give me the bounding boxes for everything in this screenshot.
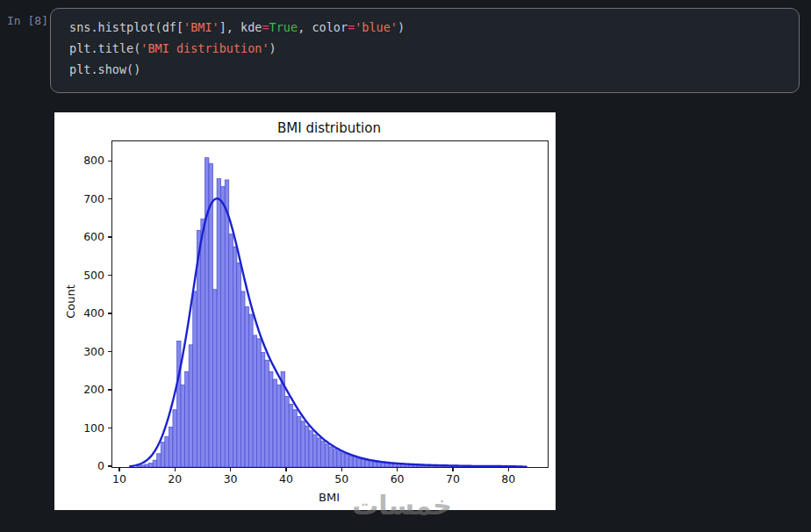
histogram-bar <box>145 464 149 467</box>
code-line: plt.title('BMI distribution') <box>69 38 790 59</box>
code-token: sns.histplot(df[ <box>69 20 183 34</box>
histogram-bar <box>173 410 177 467</box>
y-tick-mark <box>108 428 111 428</box>
y-tick-label: 600 <box>68 230 104 243</box>
histogram-bar <box>161 442 165 467</box>
histogram-bar <box>329 447 334 467</box>
histogram-bar <box>257 339 262 467</box>
y-tick-label: 100 <box>68 421 104 435</box>
histogram-bar <box>369 461 373 467</box>
histogram-bar <box>185 371 190 467</box>
y-tick-mark <box>108 351 111 352</box>
x-tick-label: 60 <box>380 472 415 485</box>
histogram-bar <box>273 379 277 467</box>
histogram-bar <box>233 247 237 467</box>
y-tick-mark <box>108 465 111 466</box>
y-tick-mark <box>108 236 111 237</box>
x-tick-mark <box>397 468 398 471</box>
chart-axes <box>111 140 549 468</box>
histogram-bar <box>341 453 345 467</box>
code-editor[interactable]: sns.histplot(df['BMI'], kde=True, color=… <box>69 17 790 89</box>
y-tick-mark <box>108 275 111 276</box>
histogram-bar <box>245 306 249 467</box>
histogram-bar <box>265 360 269 467</box>
histogram-bar <box>337 451 341 467</box>
y-tick-label: 700 <box>68 192 104 205</box>
x-tick-label: 40 <box>269 472 304 485</box>
histogram-bar <box>201 219 205 467</box>
histogram-bar <box>169 427 173 467</box>
y-tick-label: 300 <box>68 345 104 358</box>
histogram-bar <box>285 397 290 467</box>
histogram-bar <box>205 158 209 467</box>
x-axis-label: BMI <box>111 491 547 504</box>
y-tick-label: 800 <box>68 154 104 167</box>
histogram-bar <box>373 462 377 467</box>
code-token: , color <box>298 20 348 34</box>
histogram-bar <box>193 291 197 467</box>
y-tick-mark <box>108 313 111 313</box>
histogram-bar <box>313 435 318 467</box>
x-tick-mark <box>175 468 176 471</box>
code-token: plt.title( <box>69 41 140 55</box>
histogram-bar <box>333 449 337 467</box>
x-tick-label: 10 <box>102 472 137 485</box>
histogram-bar <box>140 465 145 467</box>
histogram-bar <box>261 353 265 467</box>
histogram-bar <box>181 385 185 467</box>
histogram-bar <box>277 385 282 467</box>
histogram-bar <box>176 341 181 467</box>
histogram-bar <box>297 417 301 467</box>
x-tick-mark <box>118 468 119 471</box>
histogram-bar <box>305 426 309 467</box>
histogram-bar <box>153 460 157 467</box>
histogram-bar <box>317 438 321 467</box>
histogram-bar <box>237 262 241 467</box>
histogram-bar <box>165 436 169 467</box>
x-tick-label: 70 <box>435 472 470 485</box>
chart-title: BMI distribution <box>111 120 547 136</box>
histogram-bar <box>221 186 226 467</box>
histogram-bar <box>269 371 273 467</box>
x-tick-mark <box>285 468 286 471</box>
histogram-bar <box>289 404 293 467</box>
histogram-bar <box>293 410 298 467</box>
histogram-bar <box>137 466 141 467</box>
code-token: = <box>262 20 269 34</box>
output-figure: BMI distribution 10203040506070800100200… <box>54 112 556 510</box>
x-tick-label: 30 <box>213 472 248 485</box>
histogram-bar <box>229 234 233 467</box>
code-token: ) <box>398 20 405 34</box>
x-tick-mark <box>508 468 509 471</box>
code-token: 'BMI distribution' <box>140 41 269 55</box>
histogram-bar <box>225 180 229 467</box>
histogram-bar <box>213 290 218 467</box>
histogram-bar <box>253 335 257 467</box>
x-tick-mark <box>452 468 453 471</box>
histogram-bar <box>240 291 245 467</box>
histogram-bar <box>361 459 365 467</box>
histogram-bar <box>301 421 305 467</box>
cell-input-prompt: In [8]: <box>7 14 55 27</box>
histogram-bar <box>157 454 161 467</box>
code-token: ) <box>269 41 276 55</box>
code-token: = <box>348 20 355 34</box>
histogram-bar <box>217 179 221 467</box>
x-tick-label: 80 <box>491 472 526 485</box>
code-line: sns.histplot(df['BMI'], kde=True, color=… <box>69 17 790 38</box>
histogram-bar <box>321 441 326 467</box>
histogram-bar <box>309 431 313 467</box>
histogram-bar <box>365 460 370 467</box>
histogram-bar <box>189 345 193 467</box>
code-token: plt.show() <box>69 62 140 76</box>
code-cell[interactable]: sns.histplot(df['BMI'], kde=True, color=… <box>50 8 800 93</box>
x-tick-label: 20 <box>157 472 192 485</box>
histogram-bar <box>353 457 357 467</box>
code-token: True <box>269 20 298 34</box>
code-line: plt.show() <box>69 59 790 80</box>
histogram-bar <box>349 456 354 467</box>
x-tick-mark <box>341 468 342 471</box>
histogram-bar <box>249 314 254 467</box>
code-token: 'BMI' <box>183 20 219 34</box>
histogram-bar <box>357 458 362 467</box>
